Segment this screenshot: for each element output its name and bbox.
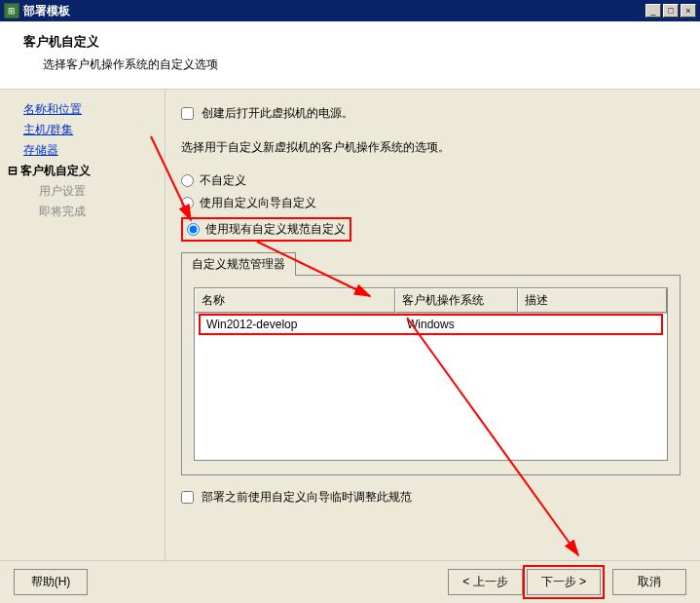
wizard-body: 名称和位置 主机/群集 存储器 客户机自定义 用户设置 即将完成 创建后打开此虚… — [0, 90, 700, 584]
spec-os: Windows — [401, 316, 524, 333]
radio-no-customize[interactable] — [181, 174, 194, 187]
app-icon: ⊞ — [4, 3, 19, 19]
step-user-settings: 用户设置 — [8, 181, 157, 202]
close-button[interactable]: × — [681, 4, 696, 18]
title-bar: ⊞ 部署模板 _ □ × — [0, 0, 700, 21]
wizard-steps-sidebar: 名称和位置 主机/群集 存储器 客户机自定义 用户设置 即将完成 — [0, 90, 166, 584]
select-instruction: 选择用于自定义新虚拟机的客户机操作系统的选项。 — [181, 139, 681, 156]
tab-spec-manager[interactable]: 自定义规范管理器 — [181, 252, 296, 276]
col-os[interactable]: 客户机操作系统 — [395, 288, 518, 313]
page-subtitle: 选择客户机操作系统的自定义选项 — [23, 57, 677, 73]
adjust-checkbox[interactable] — [181, 491, 194, 504]
spec-name: Win2012-develop — [201, 316, 401, 333]
col-desc[interactable]: 描述 — [518, 288, 667, 313]
radio-existing-spec-label: 使用现有自定义规范自定义 — [205, 221, 346, 238]
step-guest-customization: 客户机自定义 — [8, 161, 157, 181]
maximize-button[interactable]: □ — [663, 4, 679, 18]
spec-panel: 名称 客户机操作系统 描述 Win2012-develop Windows — [181, 275, 681, 475]
minimize-button[interactable]: _ — [645, 4, 661, 18]
radio-wizard-customize[interactable] — [181, 197, 194, 209]
col-name[interactable]: 名称 — [195, 288, 395, 313]
step-storage[interactable]: 存储器 — [8, 140, 157, 161]
wizard-footer: 帮助(H) < 上一步 下一步 > 取消 — [0, 560, 700, 603]
page-title: 客户机自定义 — [23, 33, 677, 51]
adjust-label: 部署之前使用自定义向导临时调整此规范 — [202, 489, 412, 506]
window-title: 部署模板 — [23, 3, 644, 19]
next-button[interactable]: 下一步 > — [527, 569, 601, 595]
poweron-label: 创建后打开此虚拟机的电源。 — [202, 105, 353, 122]
radio-no-customize-label: 不自定义 — [200, 172, 246, 189]
spec-desc — [524, 316, 661, 333]
spec-list-row[interactable]: Win2012-develop Windows — [201, 316, 661, 333]
step-name-location[interactable]: 名称和位置 — [8, 99, 157, 120]
radio-existing-spec[interactable] — [187, 223, 200, 236]
spec-list[interactable]: 名称 客户机操作系统 描述 Win2012-develop Windows — [194, 287, 668, 461]
radio-wizard-customize-label: 使用自定义向导自定义 — [200, 195, 316, 211]
cancel-button[interactable]: 取消 — [612, 569, 686, 595]
spec-list-header: 名称 客户机操作系统 描述 — [195, 288, 667, 314]
step-ready-complete: 即将完成 — [8, 202, 157, 222]
help-button[interactable]: 帮助(H) — [14, 569, 88, 595]
wizard-main: 创建后打开此虚拟机的电源。 选择用于自定义新虚拟机的客户机操作系统的选项。 不自… — [166, 90, 700, 584]
prev-button[interactable]: < 上一步 — [448, 569, 522, 595]
step-host-cluster[interactable]: 主机/群集 — [8, 120, 157, 140]
poweron-checkbox[interactable] — [181, 107, 194, 120]
wizard-header: 客户机自定义 选择客户机操作系统的自定义选项 — [0, 21, 700, 90]
